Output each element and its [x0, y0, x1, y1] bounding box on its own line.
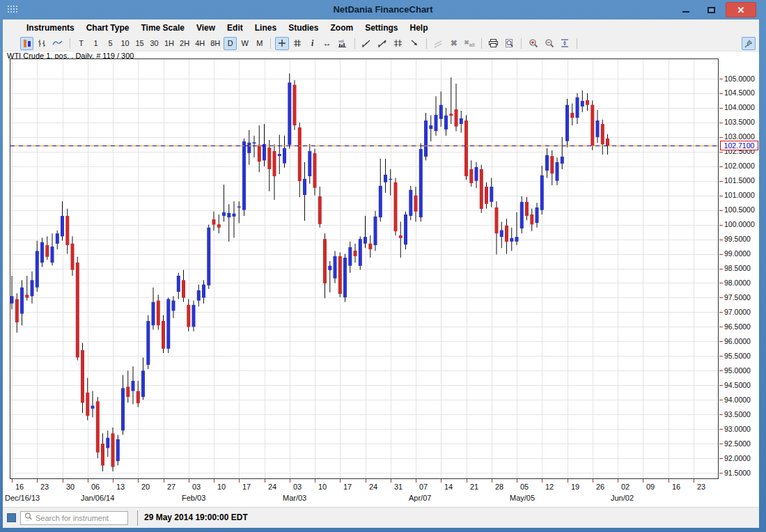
date-tick: [391, 479, 391, 483]
status-separator: [137, 510, 138, 526]
trend-line-icon[interactable]: [359, 37, 374, 50]
crosshair-icon[interactable]: [275, 37, 289, 50]
timeframe-button-1h[interactable]: 1H: [162, 37, 176, 50]
grid-icon[interactable]: [290, 37, 304, 50]
info-icon[interactable]: i: [306, 37, 319, 50]
menu-bar: Instruments Chart Type Time Scale View E…: [3, 19, 759, 36]
price-label: 104.5000: [724, 88, 755, 97]
month-label: Jan/06/14: [81, 494, 114, 502]
fit-vertical-icon[interactable]: [558, 37, 572, 50]
menu-chart-type[interactable]: Chart Type: [86, 23, 130, 33]
date-tick: [214, 479, 214, 483]
price-label: 93.0000: [724, 425, 751, 433]
price-tick: [719, 473, 723, 474]
price-label: 93.5000: [724, 410, 751, 418]
timeframe-button-2h[interactable]: 2H: [178, 37, 192, 50]
timeframe-button-30[interactable]: 30: [148, 37, 161, 50]
price-label: 96.0000: [724, 337, 751, 345]
candlestick-chart-icon[interactable]: [20, 37, 33, 50]
price-tick: [719, 79, 723, 79]
line-chart-icon[interactable]: [50, 37, 65, 50]
maximize-button[interactable]: [701, 3, 721, 17]
price-label: 100.0000: [724, 220, 755, 228]
date-label: 09: [646, 483, 655, 491]
date-label: 27: [167, 483, 175, 491]
instrument-search-box[interactable]: [20, 511, 128, 525]
minimize-icon: [682, 11, 689, 13]
menu-zoom[interactable]: Zoom: [330, 23, 353, 33]
month-label: Mar/03: [283, 494, 306, 502]
parallel-lines-icon[interactable]: [391, 37, 406, 50]
chart-plot-area[interactable]: [10, 58, 719, 479]
date-label: 24: [268, 483, 276, 491]
price-tick: [719, 414, 723, 415]
price-label: 95.5000: [724, 352, 751, 360]
date-label: 16: [672, 483, 680, 491]
date-label: 24: [369, 483, 377, 491]
app-window: NetDania FinanceChart ✕ Instruments Char…: [0, 0, 766, 532]
timeframe-button-1[interactable]: 1: [89, 37, 102, 50]
date-label: 21: [470, 483, 478, 491]
print-icon[interactable]: [486, 37, 501, 50]
delete-line-icon[interactable]: ✖: [447, 37, 460, 50]
toolbar-separator: [270, 38, 271, 49]
price-tick: [719, 370, 723, 371]
timeframe-button-w[interactable]: W: [238, 37, 251, 50]
price-tick: [719, 444, 723, 444]
zoom-out-icon[interactable]: [542, 37, 556, 50]
volume-icon[interactable]: vol: [335, 37, 350, 50]
month-label: Dec/16/13: [5, 494, 40, 502]
date-tick: [492, 479, 492, 483]
menu-help[interactable]: Help: [409, 23, 428, 33]
delete-all-icon[interactable]: ✖all: [462, 37, 476, 50]
close-button[interactable]: ✕: [726, 2, 756, 17]
menu-edit[interactable]: Edit: [227, 23, 243, 33]
timeframe-button-5[interactable]: 5: [104, 37, 117, 50]
menu-instruments[interactable]: Instruments: [26, 23, 75, 33]
menu-view[interactable]: View: [196, 23, 215, 33]
price-tick: [719, 341, 723, 342]
timeframe-button-t[interactable]: T: [75, 37, 88, 50]
menu-settings[interactable]: Settings: [365, 23, 398, 33]
menu-lines[interactable]: Lines: [255, 23, 276, 33]
price-tick: [719, 327, 723, 327]
ray-icon[interactable]: [407, 37, 422, 50]
price-label: 97.0000: [724, 308, 751, 316]
price-tick: [719, 269, 723, 269]
date-label: 05: [520, 483, 529, 491]
title-bar[interactable]: NetDania FinanceChart ✕: [0, 0, 766, 19]
menu-studies[interactable]: Studies: [288, 23, 318, 33]
date-label: 26: [596, 483, 604, 491]
date-tick: [37, 479, 38, 483]
trend-line-angle-icon[interactable]: [375, 37, 390, 50]
date-tick: [593, 479, 593, 483]
price-label: 95.0000: [724, 366, 751, 375]
date-tick: [315, 479, 315, 483]
date-label: 19: [571, 483, 579, 491]
print-preview-icon[interactable]: [502, 37, 517, 50]
remove-lines-icon[interactable]: [431, 37, 446, 50]
ohlc-bars-icon[interactable]: [35, 37, 49, 50]
toolbar: T151015301H2H4H8HDWMi↔vol✖✖all: [3, 36, 759, 52]
pan-icon[interactable]: ↔: [320, 37, 334, 50]
zoom-in-icon[interactable]: [526, 37, 540, 50]
timeframe-button-8h[interactable]: 8H: [208, 37, 222, 50]
search-input[interactable]: [36, 514, 119, 522]
price-tick: [719, 166, 723, 167]
date-label: 02: [621, 483, 630, 491]
timeframe-button-d[interactable]: D: [224, 37, 237, 50]
menu-time-scale[interactable]: Time Scale: [141, 23, 184, 33]
price-tick: [719, 356, 723, 357]
minimize-button[interactable]: [675, 3, 696, 17]
timeframe-button-m[interactable]: M: [253, 37, 266, 50]
date-label: 12: [545, 483, 554, 491]
toolbar-separator: [426, 38, 427, 49]
date-tick: [239, 479, 240, 483]
month-label: Feb/03: [182, 494, 205, 502]
current-price-badge: 102.7100: [720, 141, 758, 150]
price-tick: [719, 283, 723, 283]
timeframe-button-10[interactable]: 10: [118, 37, 132, 50]
timeframe-button-15[interactable]: 15: [133, 37, 146, 50]
timeframe-button-4h[interactable]: 4H: [193, 37, 207, 50]
date-label: 03: [293, 483, 302, 491]
